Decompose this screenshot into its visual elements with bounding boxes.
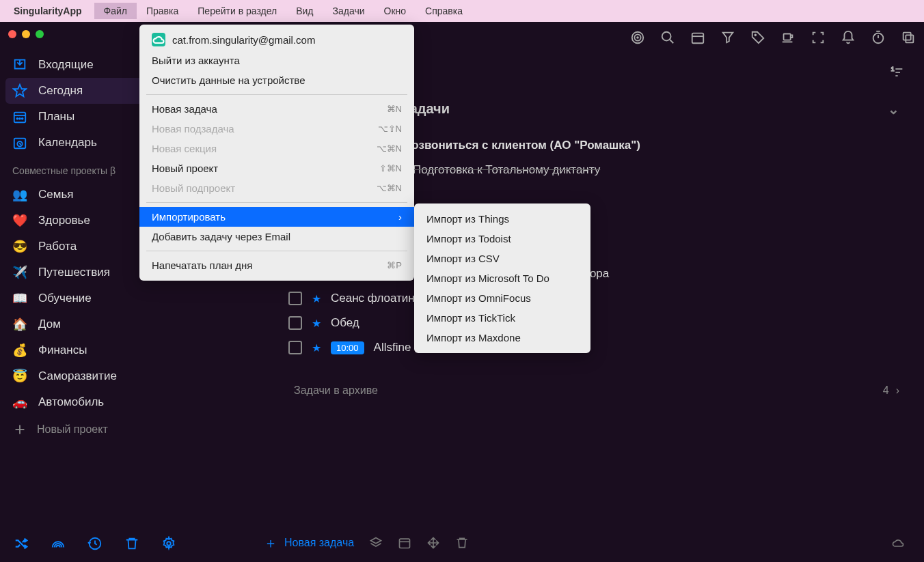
sidebar-project-learning[interactable]: 📖Обучение [0,285,245,311]
plus-icon: ＋ [264,534,277,552]
account-email: cat.from.singularity@gmail.com [172,34,315,46]
plus-icon [12,422,27,437]
target-icon[interactable] [630,30,645,45]
menubar-item-view[interactable]: Вид [286,3,323,19]
account-row[interactable]: cat.from.singularity@gmail.com [139,30,414,51]
sidebar-project-selfdev[interactable]: 😇Саморазвитие [0,363,245,389]
focus-icon[interactable] [811,30,826,45]
tag-icon[interactable] [750,30,765,45]
sidebar-item-label: Работа [38,240,77,253]
menu-new-project[interactable]: Новый проект⇧⌘N [139,158,414,178]
timer-icon[interactable] [871,30,886,45]
task-checkbox[interactable] [288,292,302,305]
bell-icon[interactable] [841,30,856,45]
task-row[interactable]: ★ 10:00 Allsfine workout 30 мин — МФР ни… [288,335,899,360]
task-row[interactable]: Подготовка к Тотальному диктанту [413,158,899,182]
menubar-item-help[interactable]: Справка [416,3,472,19]
menubar-app-name[interactable]: SingularityApp [14,5,82,16]
calendar-toolbar-icon[interactable] [690,30,705,45]
archive-row[interactable]: Задачи в архиве 4 › [294,384,899,397]
import-csv[interactable]: Импорт из CSV [414,249,590,268]
search-icon[interactable] [660,30,675,45]
rainbow-icon[interactable] [51,536,66,551]
move-icon[interactable] [426,536,440,550]
task-checkbox[interactable] [288,341,302,354]
sidebar-item-label: Сегодня [38,84,83,98]
menu-new-subtask: Новая подзадача⌥⇧N [139,119,414,139]
plans-icon [12,109,27,124]
settings-icon[interactable] [161,536,176,551]
new-project-button[interactable]: Новый проект [0,415,245,444]
bottom-bar: ＋ Новая задача [245,524,924,562]
filter-icon[interactable] [720,30,735,45]
task-star-icon[interactable]: ★ [312,292,321,305]
menu-new-subproject: Новый подпроект⌥⌘N [139,178,414,198]
svg-point-3 [662,32,671,41]
sidebar-project-car[interactable]: 🚗Автомобиль [0,389,245,415]
car-emoji-icon: 🚗 [12,395,27,410]
menu-add-via-email[interactable]: Добавить задачу через Email [139,227,414,247]
sidebar-item-label: Планы [38,110,74,124]
menu-print-plan[interactable]: Напечатать план дня⌘P [139,255,414,275]
maximize-window-button[interactable] [36,30,44,38]
airplane-emoji-icon: ✈️ [12,265,27,280]
task-checkbox[interactable] [288,316,302,330]
task-star-icon[interactable]: ★ [312,317,321,330]
sort-icon[interactable]: 1 [890,66,903,82]
import-things[interactable]: Импорт из Things [414,209,590,229]
task-row[interactable]: Созвониться с клиентом (АО "Ромашка") [403,133,899,158]
shuffle-icon[interactable] [14,536,29,551]
menu-import[interactable]: Импортировать› [139,207,414,227]
svg-point-17 [16,118,18,120]
minimize-window-button[interactable] [22,30,30,38]
calendar-small-icon[interactable] [398,536,411,550]
menubar-item-file[interactable]: Файл [94,3,137,19]
new-project-label: Новый проект [37,423,108,436]
sidebar-project-finance[interactable]: 💰Финансы [0,337,245,363]
trash-icon[interactable] [124,536,139,551]
task-label: Обед [331,316,359,330]
new-task-button[interactable]: ＋ Новая задача [264,534,354,552]
trash-small-icon[interactable] [455,536,469,550]
cup-icon[interactable] [780,30,796,45]
sidebar-item-label: Обучение [38,292,92,305]
inbox-icon [12,57,27,72]
layers-icon[interactable] [369,536,383,550]
task-row[interactable]: ★ Обед [288,311,899,335]
menu-divider [146,251,407,251]
menubar-item-edit[interactable]: Правка [137,3,188,19]
import-todoist[interactable]: Импорт из Todoist [414,229,590,249]
sidebar-item-label: Семья [38,188,73,201]
sidebar-item-label: Дом [38,318,61,331]
svg-rect-8 [784,34,791,40]
section-header[interactable]: задачи ⌄ [403,101,899,117]
import-omnifocus[interactable]: Импорт из OmniFocus [414,288,590,308]
cloud-sync-icon[interactable] [891,536,905,550]
menubar-item-goto[interactable]: Перейти в раздел [188,3,286,19]
menubar-item-window[interactable]: Окно [375,3,416,19]
task-star-icon[interactable]: ★ [312,341,321,354]
task-label: Подготовка к Тотальному диктанту [413,163,600,177]
import-ticktick[interactable]: Импорт из TickTick [414,308,590,328]
copy-icon[interactable] [901,30,916,45]
import-maxdone[interactable]: Импорт из Maxdone [414,328,590,348]
menu-new-task[interactable]: Новая задача⌘N [139,99,414,119]
svg-point-26 [167,542,171,546]
task-row[interactable]: ★ Сеанс флоатинга [288,286,899,311]
menu-clear-data[interactable]: Очистить данные на устройстве [139,70,414,90]
close-window-button[interactable] [8,30,16,38]
import-submenu: Импорт из Things Импорт из Todoist Импор… [414,203,590,353]
menu-new-section: Новая секция⌥⌘N [139,139,414,158]
import-mstodo[interactable]: Импорт из Microsoft To Do [414,268,590,288]
svg-rect-14 [903,33,911,40]
menu-logout[interactable]: Выйти из аккаунта [139,51,414,70]
money-emoji-icon: 💰 [12,343,27,358]
menubar-item-tasks[interactable]: Задачи [323,3,375,19]
sidebar-item-label: Календарь [38,136,97,150]
book-emoji-icon: 📖 [12,291,27,306]
sidebar-item-label: Входящие [38,58,94,72]
history-icon[interactable] [87,536,103,551]
sidebar-item-label: Финансы [38,343,87,357]
sidebar-project-home[interactable]: 🏠Дом [0,311,245,337]
sidebar-item-label: Автомобиль [38,395,104,409]
